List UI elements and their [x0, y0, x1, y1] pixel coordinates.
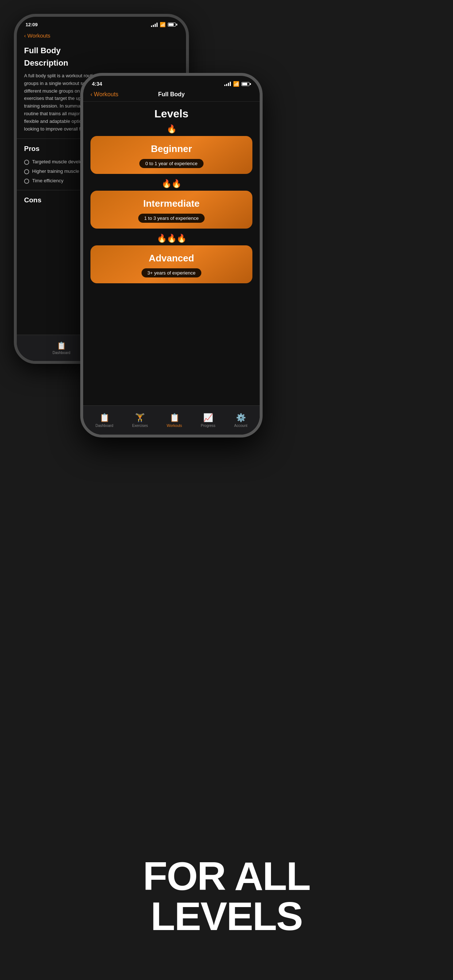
tab-account-label: Account — [234, 424, 247, 428]
intermediate-card[interactable]: Intermediate 1 to 3 years of experience — [91, 191, 252, 229]
nav-bar-container: ‹ Workouts Full Body — [83, 89, 260, 102]
tab-exercises[interactable]: 🏋 Exercises — [132, 413, 148, 428]
intermediate-title: Intermediate — [96, 198, 247, 209]
wifi-icon: 📶 — [233, 81, 239, 87]
account-icon: ⚙️ — [236, 413, 246, 423]
bullet-icon — [24, 160, 29, 165]
tab-account[interactable]: ⚙️ Account — [234, 413, 247, 428]
tab-progress-label: Progress — [201, 424, 215, 428]
front-phone-nav: ‹ Workouts Full Body — [83, 89, 260, 102]
tab-progress[interactable]: 📈 Progress — [201, 413, 215, 428]
intermediate-badge: 1 to 3 years of experience — [138, 214, 205, 223]
dashboard-icon: 📋 — [100, 413, 109, 423]
level-intermediate-section: 🔥🔥 Intermediate 1 to 3 years of experien… — [91, 179, 252, 229]
battery-icon — [241, 82, 251, 86]
signal-icon — [151, 22, 158, 27]
beginner-title: Beginner — [96, 143, 247, 154]
back-button[interactable]: ‹ Workouts — [24, 32, 50, 39]
beginner-card[interactable]: Beginner 0 to 1 year of experience — [91, 136, 252, 174]
back-nav-label: Workouts — [94, 91, 118, 98]
tab-dashboard[interactable]: 📋 Dashboard — [53, 341, 70, 355]
dashboard-icon: 📋 — [57, 341, 66, 350]
levels-content: Levels 🔥 Beginner 0 to 1 year of experie… — [83, 102, 260, 294]
back-phone-page-subtitle: Description — [17, 54, 186, 69]
chevron-left-icon: ‹ — [24, 32, 26, 39]
back-phone-nav: ‹ Workouts — [17, 30, 186, 41]
headline-line2: LEVELS — [0, 896, 453, 936]
headline-line1: FOR ALL — [0, 856, 453, 896]
level-beginner-section: 🔥 Beginner 0 to 1 year of experience — [91, 124, 252, 174]
intermediate-flames: 🔥🔥 — [91, 179, 252, 188]
advanced-card[interactable]: Advanced 3+ years of experience — [91, 245, 252, 283]
battery-icon — [168, 22, 177, 27]
front-phone-time: 4:34 — [92, 81, 102, 87]
nav-title: Full Body — [158, 91, 185, 98]
bullet-icon — [24, 179, 29, 184]
tab-dashboard-label: Dashboard — [96, 424, 113, 428]
advanced-title: Advanced — [96, 253, 247, 264]
back-button[interactable]: ‹ Workouts — [91, 91, 118, 98]
front-phone-tab-bar: 📋 Dashboard 🏋 Exercises 📋 Workouts 📈 Pro… — [83, 406, 260, 434]
signal-icon — [224, 82, 231, 86]
tab-dashboard[interactable]: 📋 Dashboard — [96, 413, 113, 428]
back-phone-time: 12:09 — [26, 22, 38, 27]
levels-title: Levels — [91, 108, 252, 120]
beginner-badge: 0 to 1 year of experience — [139, 159, 203, 168]
tab-exercises-label: Exercises — [132, 424, 148, 428]
progress-icon: 📈 — [203, 413, 213, 423]
tab-workouts[interactable]: 📋 Workouts — [167, 413, 182, 428]
back-label: Workouts — [27, 32, 50, 39]
exercises-icon: 🏋 — [135, 413, 145, 423]
chevron-left-icon: ‹ — [91, 91, 92, 98]
phone-front: 4:34 📶 ‹ Workouts — [80, 73, 263, 438]
tab-dashboard-label: Dashboard — [53, 351, 70, 355]
bottom-headline: FOR ALL LEVELS — [0, 856, 453, 936]
wifi-icon: 📶 — [160, 22, 166, 27]
level-advanced-section: 🔥🔥🔥 Advanced 3+ years of experience — [91, 234, 252, 283]
advanced-badge: 3+ years of experience — [142, 268, 201, 277]
beginner-flames: 🔥 — [91, 124, 252, 134]
advanced-flames: 🔥🔥🔥 — [91, 234, 252, 243]
workouts-icon: 📋 — [170, 413, 179, 423]
bullet-icon — [24, 169, 29, 174]
tab-workouts-label: Workouts — [167, 424, 182, 428]
